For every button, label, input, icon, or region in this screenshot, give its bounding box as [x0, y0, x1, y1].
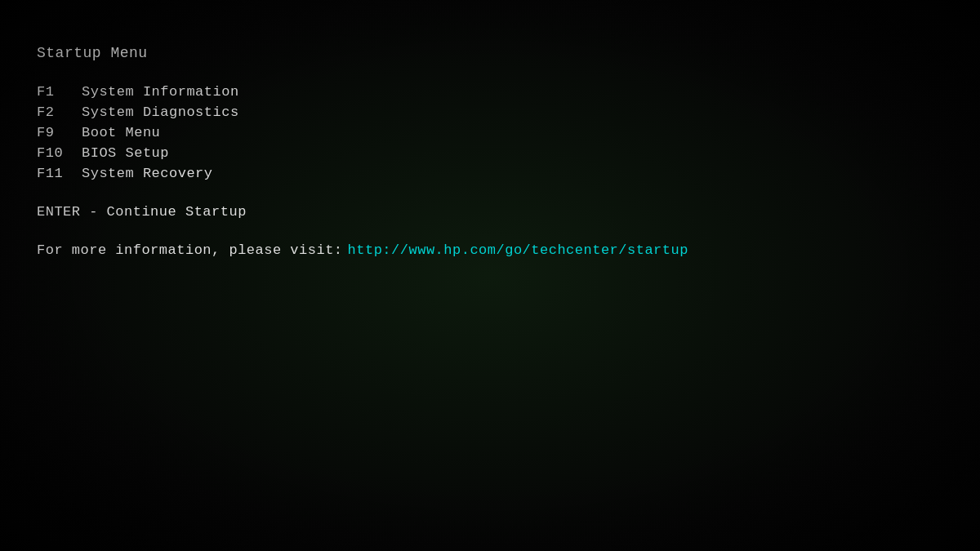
info-line: For more information, please visit: http… — [37, 242, 980, 258]
key-f1: F1 — [37, 84, 82, 100]
label-f9: Boot Menu — [82, 125, 160, 140]
label-f11: System Recovery — [82, 166, 213, 181]
key-f2: F2 — [37, 104, 82, 120]
key-f11: F11 — [37, 166, 82, 181]
key-f9: F9 — [37, 125, 82, 140]
menu-item-f9[interactable]: F9 Boot Menu — [37, 125, 980, 140]
enter-continue-line[interactable]: ENTER - Continue Startup — [37, 204, 980, 220]
bios-screen: Startup Menu F1 System Information F2 Sy… — [0, 0, 980, 551]
info-url[interactable]: http://www.hp.com/go/techcenter/startup — [348, 242, 688, 258]
key-f10: F10 — [37, 145, 82, 161]
label-f2: System Diagnostics — [82, 104, 239, 120]
menu-items-list: F1 System Information F2 System Diagnost… — [37, 84, 980, 181]
label-f10: BIOS Setup — [82, 145, 169, 161]
menu-item-f10[interactable]: F10 BIOS Setup — [37, 145, 980, 161]
menu-item-f2[interactable]: F2 System Diagnostics — [37, 104, 980, 120]
menu-item-f11[interactable]: F11 System Recovery — [37, 166, 980, 181]
label-f1: System Information — [82, 84, 239, 100]
info-prefix: For more information, please visit: — [37, 242, 343, 258]
startup-menu-title: Startup Menu — [37, 45, 980, 61]
menu-item-f1[interactable]: F1 System Information — [37, 84, 980, 100]
